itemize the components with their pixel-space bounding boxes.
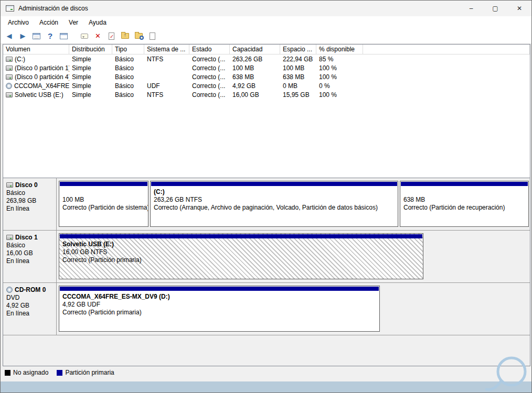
partition-title <box>403 188 527 196</box>
volume-capacity: 100 MB <box>230 64 280 72</box>
volume-capacity: 263,26 GB <box>230 56 280 63</box>
legend-primary-label: Partición primaria <box>65 369 114 376</box>
partition-title <box>62 188 146 196</box>
partition-status: Correcto (Partición primaria) <box>62 256 421 264</box>
volume-filesystem: NTFS <box>144 91 189 99</box>
mark-partition-icon[interactable] <box>106 30 117 41</box>
volume-free-space: 638 MB <box>280 73 316 81</box>
partition-c[interactable]: (C:) 263,26 GB NTFS Correcto (Arranque, … <box>150 181 398 227</box>
drive-icon <box>6 57 13 62</box>
volume-layout: Simple <box>69 73 112 81</box>
tree-view-icon[interactable] <box>31 30 42 41</box>
new-document-icon[interactable] <box>147 30 158 41</box>
volume-status: Correcto (... <box>189 73 230 81</box>
volume-type: Básico <box>112 82 144 90</box>
delete-volume-icon[interactable]: ✕ <box>92 30 103 41</box>
forward-icon[interactable]: ▶ <box>17 30 28 41</box>
menu-accion[interactable]: Acción <box>34 18 63 27</box>
volume-free-space: 222,94 GB <box>280 56 316 63</box>
volume-layout: Simple <box>69 56 112 63</box>
volume-name: (Disco 0 partición 4) <box>15 73 69 81</box>
disk-icon <box>6 182 13 188</box>
back-icon[interactable]: ◀ <box>4 30 15 41</box>
partition-size: 100 MB <box>62 196 146 204</box>
window-title: Administración de discos <box>18 5 88 12</box>
disk-header-disco-0[interactable]: Disco 0 Básico 263,98 GB En línea <box>3 178 57 230</box>
column-espacio[interactable]: Espacio ... <box>280 45 316 54</box>
volume-status: Correcto (... <box>189 82 230 90</box>
partition-dvd[interactable]: CCCOMA_X64FRE_ES-MX_DV9 (D:) 4,92 GB UDF… <box>59 286 380 332</box>
volume-layout: Simple <box>69 82 112 90</box>
volume-filesystem: UDF <box>144 82 189 90</box>
drive-icon <box>6 74 13 80</box>
disk-header-disco-1[interactable]: Disco 1 Básico 16,00 GB En línea <box>3 231 57 282</box>
drive-icon <box>6 66 13 71</box>
column-volumen[interactable]: Volumen <box>3 45 69 54</box>
partition-recovery[interactable]: 638 MB Correcto (Partición de recuperaci… <box>400 181 529 227</box>
volume-type: Básico <box>112 73 144 81</box>
disk-name: Disco 0 <box>15 181 38 189</box>
volume-percent-free: 100 % <box>316 73 363 81</box>
column-sistema[interactable]: Sistema de ... <box>144 45 189 54</box>
column-tipo[interactable]: Tipo <box>112 45 144 54</box>
column-distribucion[interactable]: Distribución <box>69 45 112 54</box>
partition-title: Solvetic USB (E:) <box>62 241 421 248</box>
volume-free-space: 0 MB <box>280 82 316 90</box>
volume-capacity: 638 MB <box>230 73 280 81</box>
volume-percent-free: 0 % <box>316 82 363 90</box>
maximize-button[interactable]: ▢ <box>483 1 507 16</box>
title-bar: Administración de discos – ▢ ✕ <box>1 1 531 16</box>
partition-title: (C:) <box>154 188 396 196</box>
disk-row-disco-0: Disco 0 Básico 263,98 GB En línea 100 MB… <box>3 178 530 231</box>
partition-color-bar <box>60 287 379 291</box>
volume-capacity: 16,00 GB <box>230 91 280 99</box>
table-row[interactable]: CCCOMA_X64FRE... Simple Básico UDF Corre… <box>3 81 530 90</box>
disk-status: En línea <box>6 205 54 213</box>
list-view-icon[interactable] <box>58 30 69 41</box>
legend-unallocated-label: No asignado <box>13 369 48 376</box>
table-row[interactable]: (Disco 0 partición 4) Simple Básico Corr… <box>3 72 530 81</box>
disk-size: 16,00 GB <box>6 249 54 257</box>
folder-up-icon[interactable]: ↑ <box>120 30 131 41</box>
close-button[interactable]: ✕ <box>507 1 531 16</box>
minimize-button[interactable]: – <box>459 1 483 16</box>
disk-status: En línea <box>6 310 54 318</box>
table-row[interactable]: Solvetic USB (E:) Simple Básico NTFS Cor… <box>3 90 530 99</box>
partition-system[interactable]: 100 MB Correcto (Partición de sistema) <box>59 181 148 227</box>
partition-size: 16,00 GB NTFS <box>62 248 421 256</box>
column-capacidad[interactable]: Capacidad <box>230 45 280 54</box>
legend: No asignado Partición primaria <box>5 369 114 376</box>
volume-filesystem: NTFS <box>144 56 189 63</box>
volume-percent-free: 100 % <box>316 91 363 99</box>
partition-status: Correcto (Arranque, Archivo de paginació… <box>154 204 396 212</box>
partition-title: CCCOMA_X64FRE_ES-MX_DV9 (D:) <box>62 293 378 301</box>
partition-color-bar <box>60 234 422 238</box>
graphical-view: Disco 0 Básico 263,98 GB En línea 100 MB… <box>3 178 530 366</box>
volume-layout: Simple <box>69 64 112 72</box>
partition-solvetic-usb[interactable]: Solvetic USB (E:) 16,00 GB NTFS Correcto… <box>59 233 423 279</box>
partition-color-bar <box>60 182 147 186</box>
menu-ver[interactable]: Ver <box>63 18 83 27</box>
cd-icon <box>6 287 13 293</box>
column-disponible[interactable]: % disponible <box>316 45 363 54</box>
disk-status: En línea <box>6 257 54 265</box>
volume-name: (C:) <box>15 56 25 63</box>
column-estado[interactable]: Estado <box>189 45 230 54</box>
table-row[interactable]: (C:) Simple Básico NTFS Correcto (... 26… <box>3 54 530 63</box>
disk-management-window: Administración de discos – ▢ ✕ Archivo A… <box>0 0 532 393</box>
column-filler <box>363 45 530 54</box>
disk-header-cdrom-0[interactable]: CD-ROM 0 DVD 4,92 GB En línea <box>3 283 57 335</box>
console-window-icon[interactable] <box>79 30 90 41</box>
volume-name: Solvetic USB (E:) <box>15 91 63 99</box>
table-row[interactable]: (Disco 0 partición 1) Simple Básico Corr… <box>3 63 530 72</box>
search-folder-icon[interactable] <box>133 30 144 41</box>
disk-row-cdrom-0: CD-ROM 0 DVD 4,92 GB En línea CCCOMA_X64… <box>3 283 530 335</box>
disk-size: 263,98 GB <box>6 197 54 205</box>
disk-name: CD-ROM 0 <box>15 286 46 293</box>
menu-archivo[interactable]: Archivo <box>3 18 34 27</box>
menu-ayuda[interactable]: Ayuda <box>83 18 112 27</box>
partition-color-bar <box>401 182 528 186</box>
help-icon[interactable]: ? <box>45 30 56 41</box>
volume-name: (Disco 0 partición 1) <box>15 64 69 72</box>
volume-status: Correcto (... <box>189 56 230 63</box>
